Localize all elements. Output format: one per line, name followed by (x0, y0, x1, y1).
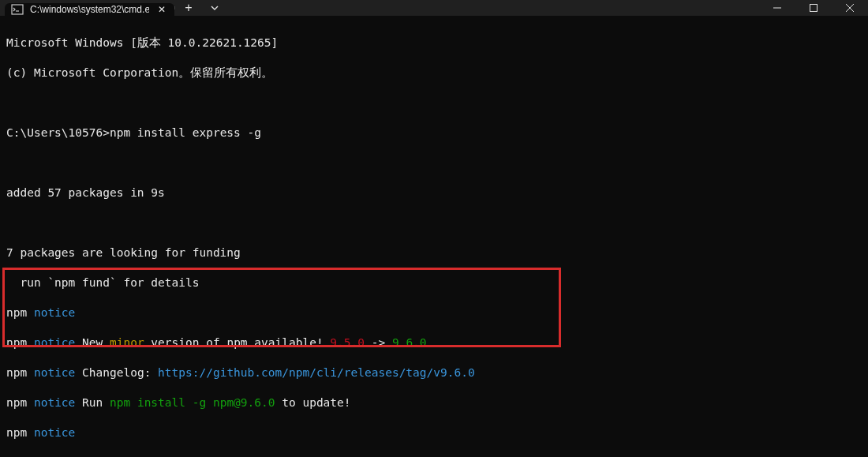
terminal-line: 7 packages are looking for funding (6, 245, 862, 260)
svg-rect-0 (12, 5, 23, 14)
maximize-button[interactable] (795, 0, 832, 16)
terminal-line (6, 96, 862, 111)
chevron-down-icon (211, 4, 219, 12)
tab-dropdown-button[interactable] (202, 0, 227, 16)
tab-close-button[interactable]: ✕ (155, 4, 168, 15)
tab-cmd[interactable]: C:\windows\system32\cmd.exe ✕ (5, 3, 174, 16)
terminal-line (6, 215, 862, 230)
terminal-line: npm notice (6, 305, 862, 320)
cmd-icon (11, 3, 24, 16)
close-icon (846, 4, 854, 12)
terminal-line: npm notice Changelog: https://github.com… (6, 365, 862, 380)
terminal-line: npm notice (6, 425, 862, 440)
terminal-line: (c) Microsoft Corporation。保留所有权利。 (6, 66, 862, 81)
maximize-icon (810, 4, 817, 12)
terminal-line: Microsoft Windows [版本 10.0.22621.1265] (6, 36, 862, 51)
minimize-button[interactable] (759, 0, 795, 16)
minimize-icon (773, 4, 781, 12)
svg-rect-3 (810, 5, 817, 12)
terminal-line: npm notice New minor version of npm avai… (6, 335, 862, 350)
close-button[interactable] (832, 0, 868, 16)
titlebar: C:\windows\system32\cmd.exe ✕ + (0, 0, 868, 16)
terminal-line: npm notice Run npm install -g npm@9.6.0 … (6, 395, 862, 410)
tab-title: C:\windows\system32\cmd.exe (30, 4, 149, 15)
terminal-window: C:\windows\system32\cmd.exe ✕ + Microsof… (0, 0, 868, 457)
terminal-line (6, 155, 862, 170)
titlebar-drag-area[interactable] (227, 0, 759, 16)
new-tab-button[interactable]: + (175, 0, 202, 16)
terminal-content[interactable]: Microsoft Windows [版本 10.0.22621.1265] (… (0, 16, 868, 457)
terminal-line: added 57 packages in 9s (6, 185, 862, 200)
window-controls (759, 0, 868, 16)
terminal-line: run `npm fund` for details (6, 275, 862, 290)
terminal-line: C:\Users\10576>npm install express -g (6, 125, 862, 140)
